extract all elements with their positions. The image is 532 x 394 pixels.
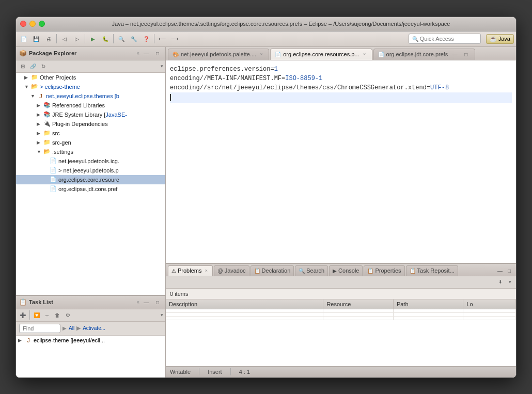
- editor-minimize-button[interactable]: —: [450, 50, 459, 59]
- quick-access-input[interactable]: [420, 36, 477, 42]
- task-list-maximize-button[interactable]: □: [153, 297, 162, 307]
- link-with-editor-button[interactable]: 🔗: [28, 61, 38, 71]
- help-button[interactable]: ❓: [140, 33, 152, 44]
- left-panel: 📦 Package Explorer × — □ ⊟ 🔗 ↻ ▾: [16, 47, 166, 377]
- tree-label-settings: .settings: [52, 149, 73, 155]
- problems-toolbar-btn-2[interactable]: ▾: [506, 278, 514, 286]
- tree-item-core-resources[interactable]: ▶ 📄 org.eclipse.core.resourc: [16, 175, 165, 184]
- editor-tab-core-resources[interactable]: 📄 org.eclipse.core.resources.p... ×: [270, 49, 372, 60]
- tree-item-pdetools-icg[interactable]: ▶ 📄 net.jeeeyul.pdetools.icg.: [16, 156, 165, 166]
- bottom-panel-maximize-button[interactable]: □: [505, 266, 514, 276]
- bottom-tab-problems-close[interactable]: ×: [203, 267, 209, 274]
- task-tree-item-eclipse-theme[interactable]: ▶ J eclipse-theme [jeeeyul/ecli...: [16, 336, 165, 345]
- src-gen-icon: 📁: [43, 139, 51, 146]
- tree-item-settings[interactable]: ▼ 📂 .settings: [16, 147, 165, 156]
- problems-toolbar-btn-1[interactable]: ⬇: [496, 278, 505, 286]
- bottom-tab-task-repository[interactable]: 📋 Task Reposit...: [406, 265, 458, 276]
- table-row-empty-3: [166, 316, 516, 320]
- bottom-tab-search-label: Search: [306, 267, 324, 274]
- task-all-button[interactable]: All: [69, 325, 74, 331]
- next-edit-button[interactable]: ⟶: [169, 33, 180, 44]
- editor-tab-jdt-core[interactable]: 📄 org.eclipse.jdt.core.prefs — □: [373, 49, 476, 60]
- package-explorer-maximize-button[interactable]: □: [153, 49, 162, 58]
- bottom-tab-properties[interactable]: 📋 Properties: [364, 265, 404, 276]
- status-writable: Writable: [170, 369, 191, 375]
- task-list-icon: 📋: [19, 298, 27, 306]
- minimize-button[interactable]: [29, 21, 36, 27]
- editor-tab-pdetools[interactable]: 🎨 net.jeeeyul.pdetools.palette.... ×: [168, 49, 269, 60]
- bottom-tab-javadoc[interactable]: @ Javadoc: [214, 265, 249, 276]
- bottom-tab-problems[interactable]: ⚠ Problems ×: [168, 265, 213, 276]
- tree-arrow-referenced-libraries: ▶: [37, 103, 43, 108]
- search-tab-icon: 🔍: [299, 268, 305, 274]
- plugin-icon: 🔌: [43, 120, 51, 127]
- task-list-tree[interactable]: ▶ J eclipse-theme [jeeeyul/ecli...: [16, 336, 165, 377]
- tree-item-pdetools-p[interactable]: ▶ 📄 > net.jeeeyul.pdetools.p: [16, 166, 165, 175]
- tree-item-net-jeeeyul[interactable]: ▼ J net.jeeeyul.eclipse.themes [b: [16, 91, 165, 101]
- prev-edit-button[interactable]: ⟵: [157, 33, 168, 44]
- tree-label-core-resources: org.eclipse.core.resourc: [58, 177, 119, 183]
- tree-item-plugins[interactable]: ▶ 🔌 Plug-in Dependencies: [16, 119, 165, 129]
- tab-pdetools-close[interactable]: ×: [258, 51, 264, 57]
- tree-item-eclipse-theme[interactable]: ▼ 📂 > eclipse-theme: [16, 82, 165, 91]
- refactor-button[interactable]: 🔧: [128, 33, 139, 44]
- maximize-button[interactable]: [39, 21, 45, 27]
- task-filter-button[interactable]: 🔽: [32, 310, 41, 320]
- new-button[interactable]: 📄: [18, 33, 29, 44]
- tree-item-other-projects[interactable]: ▶ 📁 Other Projects: [16, 73, 165, 82]
- search-button[interactable]: 🔍: [116, 33, 127, 44]
- task-collapse-icon[interactable]: ▾: [161, 312, 163, 318]
- back-button[interactable]: ◁: [59, 33, 70, 44]
- bottom-panel-toolbar: ⬇ ▾: [166, 276, 516, 289]
- task-activate-button[interactable]: Activate...: [83, 325, 105, 331]
- tree-item-src[interactable]: ▶ 📁 src: [16, 129, 165, 138]
- package-explorer-tree[interactable]: ▶ 📁 Other Projects ▼ 📂 > eclipse-theme: [16, 73, 165, 295]
- tree-item-referenced-libraries[interactable]: ▶ 📚 Referenced Libraries: [16, 101, 165, 110]
- toolbar-separator-2: [85, 34, 85, 43]
- save-button[interactable]: 💾: [30, 33, 42, 44]
- task-sync-button[interactable]: ↔: [42, 310, 52, 320]
- perspective-java-button[interactable]: ☕ Java: [486, 34, 514, 44]
- task-settings-button[interactable]: ⚙: [63, 310, 72, 320]
- bottom-panel-minimize-button[interactable]: —: [495, 266, 505, 276]
- toolbar-separator-4: [154, 34, 154, 43]
- table-row-empty-2: [166, 312, 516, 316]
- tab-core-resources-close[interactable]: ×: [362, 51, 368, 57]
- bottom-tab-search[interactable]: 🔍 Search: [295, 265, 328, 276]
- tree-item-jdt-core[interactable]: ▶ 📄 org.eclipse.jdt.core.pref: [16, 184, 165, 194]
- editor-maximize-button[interactable]: □: [461, 50, 471, 59]
- tree-label-other-projects: Other Projects: [40, 74, 76, 81]
- java-icon: ☕: [490, 36, 497, 42]
- tree-item-src-gen[interactable]: ▶ 📁 src-gen: [16, 138, 165, 147]
- run-button[interactable]: ▶: [87, 33, 99, 44]
- task-find-input[interactable]: [19, 324, 60, 333]
- statusbar: Writable Insert 4 : 1: [166, 366, 516, 377]
- library-icon: 📚: [43, 102, 51, 108]
- package-explorer-minimize-button[interactable]: —: [142, 49, 151, 58]
- close-button[interactable]: [20, 21, 26, 27]
- bottom-tab-declaration[interactable]: 📋 Declaration: [251, 265, 294, 276]
- toolbar-separator-3: [113, 34, 114, 43]
- sync-button[interactable]: ↻: [39, 61, 48, 71]
- print-button[interactable]: 🖨: [43, 33, 54, 44]
- forward-button[interactable]: ▷: [71, 33, 83, 44]
- task-new-button[interactable]: ➕: [18, 310, 27, 320]
- tree-label-jdt-core: org.eclipse.jdt.core.pref: [58, 186, 117, 192]
- task-list-close-icon: ×: [136, 300, 139, 305]
- task-delete-button[interactable]: 🗑: [53, 310, 62, 320]
- bottom-tab-console[interactable]: ▶ Console: [329, 265, 363, 276]
- collapse-all-button[interactable]: ⊟: [18, 61, 27, 71]
- col-header-description: Description: [166, 300, 323, 309]
- col-header-resource: Resource: [323, 300, 394, 309]
- main-window: Java – net.jeeeyul.eclipse.themes/.setti…: [15, 17, 517, 378]
- editor-content[interactable]: eclipse.preferences.version=1 encoding//…: [166, 60, 516, 263]
- tree-item-jre[interactable]: ▶ 📚 JRE System Library [JavaSE-: [16, 110, 165, 119]
- tree-arrow-other-projects: ▶: [24, 75, 30, 80]
- debug-button[interactable]: 🐛: [100, 33, 111, 44]
- code-text-1: eclipse.preferences.version=1: [170, 65, 278, 74]
- bottom-tab-console-label: Console: [338, 267, 359, 274]
- task-list-minimize-button[interactable]: —: [142, 297, 151, 307]
- tab-pdetools-icon: 🎨: [173, 52, 179, 57]
- status-insert: Insert: [208, 369, 222, 375]
- tree-collapse-icon[interactable]: ▾: [161, 64, 163, 69]
